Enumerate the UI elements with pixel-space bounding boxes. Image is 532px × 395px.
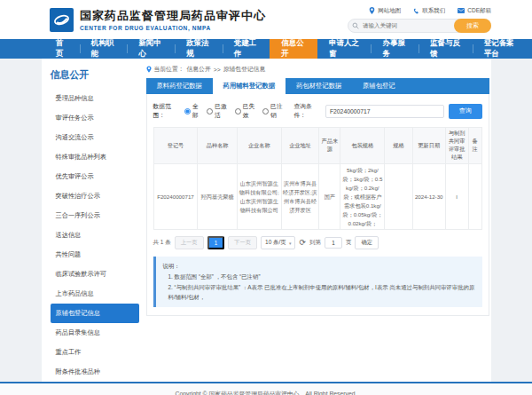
search-button[interactable]: 搜索 xyxy=(454,19,491,33)
sidebar-item-accepted-varieties[interactable]: 受理品种信息 xyxy=(51,89,139,108)
cell-joint-review-result: I xyxy=(445,164,468,230)
table-header-row: 登记号 品种名称 企业名称 企业地址 产品来源 包装规格 规格 更新日期 与制剂… xyxy=(153,128,481,164)
sitemap-label: 网站地图 xyxy=(378,7,401,15)
radio-all[interactable]: 全部 xyxy=(184,102,202,120)
pagination: 共 1 条 上一页 1 下一页 10 条/页 ▾ ⟳ 到第 页 确定 xyxy=(153,236,482,249)
col-variety-name: 品种名称 xyxy=(198,128,237,164)
sidebar-title: 信息公开 xyxy=(51,68,139,82)
radio-expired-input[interactable] xyxy=(235,108,241,115)
breadcrumb-current: 原辅包登记信息 xyxy=(223,65,266,74)
site-title: 国家药品监督管理局药品审评中心 xyxy=(80,8,266,24)
sidebar-item-breakthrough-therapy[interactable]: 突破性治疗公示 xyxy=(51,186,139,206)
nav-item-home[interactable]: 首页 xyxy=(44,39,80,59)
nav-item-news[interactable]: 新闻中心 xyxy=(127,39,175,59)
nav-item-party[interactable]: 党建工作 xyxy=(223,39,270,59)
sidebar-item-special-approval[interactable]: 特殊审批品种列表 xyxy=(51,147,139,167)
location-pin-icon xyxy=(146,66,152,73)
col-registration-no: 登记号 xyxy=(153,128,198,164)
radio-expired[interactable]: 已失效 xyxy=(235,102,258,120)
cell-packaging-spec: 5kg/袋；2kg/袋；1kg/袋；0.5kg/袋；0.2kg/袋；或根据客户需… xyxy=(340,164,385,230)
cell-company-name: 山东滨州智源生物科技有限公司;山东滨州智源生物科技有限公司 xyxy=(237,164,281,230)
sidebar-item-key-work[interactable]: 重点工作 xyxy=(51,343,139,362)
goto-suffix: 页 xyxy=(346,239,352,247)
sidebar-item-priority-review[interactable]: 优先审评公示 xyxy=(51,167,139,186)
header-utilities: 网站地图 联系我们 CDE邮箱 搜索 xyxy=(348,7,491,33)
main-nav: 首页 机构职能 新闻中心 政策法规 党建工作 信息公开 申请人之窗 办事服务 监… xyxy=(0,39,532,59)
radio-activated-input[interactable] xyxy=(207,108,213,115)
nav-item-functions[interactable]: 机构职能 xyxy=(80,39,128,59)
cde-mail-link[interactable]: CDE邮箱 xyxy=(458,7,491,15)
tab-raw-excipient-packaging[interactable]: 原辅包登记 xyxy=(352,78,405,94)
contact-label: 联系我们 xyxy=(422,7,445,15)
notes-title: 说明： xyxy=(163,261,475,272)
data-panel: 数据范围： 全部 已激活 已失效 已注销 查询条件： 查询 登记号 品种名称 xyxy=(146,94,489,316)
contact-link[interactable]: 联系我们 xyxy=(413,7,445,15)
col-company-name: 企业名称 xyxy=(237,128,281,164)
col-remarks: 备注 xyxy=(468,128,481,164)
next-page-button[interactable]: 下一页 xyxy=(228,236,257,249)
col-spec: 规格 xyxy=(385,128,412,164)
nav-item-policy[interactable]: 政策法规 xyxy=(175,39,223,59)
sidebar-item-clinical-trial-license[interactable]: 临床试验默示许可 xyxy=(51,265,139,284)
content-area: 当前位置： 信息公开 >> 原辅包登记信息 原料药登记数据 药用辅料登记数据 药… xyxy=(146,65,491,382)
sidebar-item-common-issues[interactable]: 共性问题 xyxy=(51,245,139,265)
radio-activated[interactable]: 已激活 xyxy=(207,102,230,120)
nav-item-registration-platform[interactable]: 登记备案平台 xyxy=(473,39,532,59)
radio-cancelled-label: 已注销 xyxy=(270,102,286,120)
sidebar-item-marketed-drugs[interactable]: 上市药品信息 xyxy=(51,284,139,304)
nav-item-info-disclosure[interactable]: 信息公开 xyxy=(270,39,317,59)
radio-activated-label: 已激活 xyxy=(215,102,230,120)
sidebar-item-communication[interactable]: 沟通交流公示 xyxy=(51,128,139,147)
tab-api-registration[interactable]: 原料药登记数据 xyxy=(146,78,213,94)
sidebar-item-three-in-one[interactable]: 三合一序列公示 xyxy=(51,206,139,225)
scope-label: 数据范围： xyxy=(153,102,181,120)
cell-remarks xyxy=(468,164,481,230)
radio-all-input[interactable] xyxy=(184,108,191,115)
query-button[interactable]: 查询 xyxy=(449,104,482,119)
registration-table: 登记号 品种名称 企业名称 企业地址 产品来源 包装规格 规格 更新日期 与制剂… xyxy=(153,127,482,230)
sidebar-item-delivery-info[interactable]: 送达信息 xyxy=(51,225,139,245)
notes-box: 说明： 1. 数据范围 “全部” ，不包含 “已注销” 2. “与制剂共同审评审… xyxy=(153,257,482,306)
note-line-2: 2. “与制剂共同审评审批结果” ：A表示 已批准在上市制剂中使用的原料/辅料/… xyxy=(163,282,475,303)
table-row[interactable]: F20240000717 羟丙基壳聚糖 山东滨州智源生物科技有限公司;山东滨州智… xyxy=(153,164,481,230)
sidebar-item-review-tasks[interactable]: 审评任务公示 xyxy=(51,108,139,128)
col-packaging-spec: 包装规格 xyxy=(340,128,385,164)
goto-page-input[interactable] xyxy=(325,237,342,249)
radio-cancelled-input[interactable] xyxy=(262,108,269,115)
nav-item-supervision[interactable]: 监督与反馈 xyxy=(419,39,473,59)
col-company-address: 企业地址 xyxy=(281,128,319,164)
nav-item-services[interactable]: 办事服务 xyxy=(371,39,419,59)
sidebar: 信息公开 受理品种信息 审评任务公示 沟通交流公示 特殊审批品种列表 优先审评公… xyxy=(42,65,139,382)
breadcrumb-section[interactable]: 信息公开 xyxy=(186,65,210,74)
refresh-icon[interactable]: ⟳ xyxy=(299,239,306,247)
nav-item-applicant[interactable]: 申请人之窗 xyxy=(317,39,372,59)
prev-page-button[interactable]: 上一页 xyxy=(175,236,204,249)
copyright-line: Copyright © 国家药品监督管理局药品审评中心 All Right Re… xyxy=(0,389,532,395)
sidebar-item-drug-catalog[interactable]: 药品目录集信息 xyxy=(51,323,139,343)
page-size-select[interactable]: 10 条/页 ▾ xyxy=(261,236,295,249)
cell-company-address: 滨州市博兴县经济开发区;滨州市博兴县经济开发区 xyxy=(281,164,319,230)
breadcrumb-separator: >> xyxy=(214,67,221,73)
search-icon xyxy=(352,22,359,29)
cell-spec xyxy=(385,164,412,230)
goto-confirm-button[interactable]: 确定 xyxy=(355,236,379,249)
cell-product-source: 国产 xyxy=(319,164,340,230)
page-1-button[interactable]: 1 xyxy=(207,236,225,249)
cde-mail-label: CDE邮箱 xyxy=(467,7,491,15)
cde-logo-icon xyxy=(50,8,74,32)
query-input[interactable] xyxy=(325,105,444,118)
tab-packaging-registration[interactable]: 药包材登记数据 xyxy=(286,78,352,94)
sidebar-item-conditional-approval[interactable]: 附条件批准品种 xyxy=(51,362,139,382)
quick-links: 网站地图 联系我们 CDE邮箱 xyxy=(369,7,491,15)
tab-excipient-registration[interactable]: 药用辅料登记数据 xyxy=(213,78,286,94)
radio-cancelled[interactable]: 已注销 xyxy=(262,102,286,120)
sitemap-link[interactable]: 网站地图 xyxy=(369,7,401,15)
radio-all-label: 全部 xyxy=(192,102,202,120)
radio-expired-label: 已失效 xyxy=(243,102,258,120)
location-pin-icon xyxy=(369,7,375,14)
breadcrumb-label: 当前位置： xyxy=(154,65,184,74)
mail-icon xyxy=(458,8,465,13)
data-tabs: 原料药登记数据 药用辅料登记数据 药包材登记数据 原辅包登记 xyxy=(146,78,489,94)
site-subtitle: CENTER FOR DRUG EVALUATION, NMPA xyxy=(80,25,266,31)
sidebar-item-raw-excipient-packaging[interactable]: 原辅包登记信息 xyxy=(51,304,139,323)
